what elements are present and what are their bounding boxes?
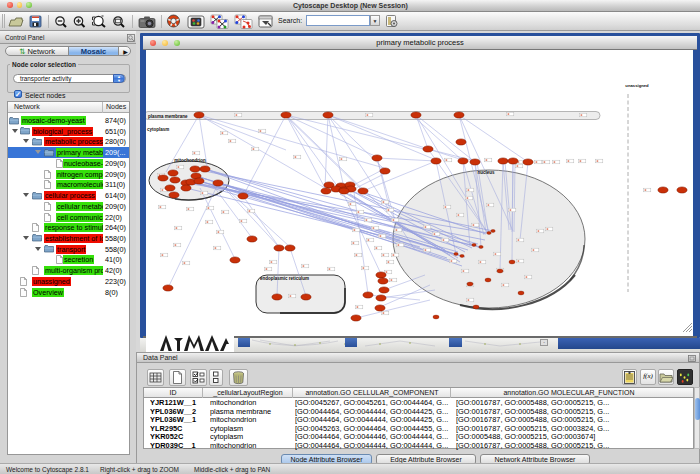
svg-text:cytoplasm: cytoplasm xyxy=(147,127,169,132)
svg-text:mitochondrion: mitochondrion xyxy=(174,158,206,163)
svg-text:unassigned: unassigned xyxy=(625,83,649,88)
svg-text:plasma membrane: plasma membrane xyxy=(148,114,188,119)
svg-text:endoplasmic reticulum: endoplasmic reticulum xyxy=(260,276,309,281)
svg-text:nucleus: nucleus xyxy=(477,170,495,175)
